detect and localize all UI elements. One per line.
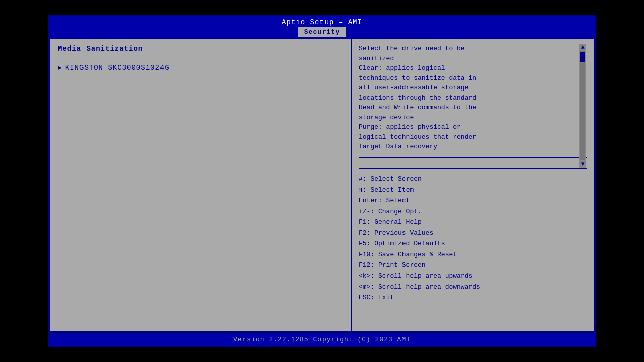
- shortcut-select-screen: ⇄: Select Screen: [359, 174, 587, 185]
- tab-bar: Security: [49, 27, 595, 37]
- help-line-9: logical techniques that render: [359, 133, 476, 141]
- help-line-2: Clear: applies logical: [359, 64, 445, 72]
- help-line-5: locations through the standard: [359, 94, 476, 102]
- help-line-6: Read and Write commands to the: [359, 104, 476, 111]
- section-title: Media Sanitization: [58, 45, 343, 53]
- tab-security[interactable]: Security: [298, 27, 346, 37]
- bios-title: Aptio Setup – AMI: [49, 18, 595, 26]
- help-line-0: Select the drive need to be: [359, 45, 465, 52]
- shortcut-scroll-down: <m>: Scroll help area downwards: [359, 282, 587, 292]
- help-text: Select the drive need to be sanitized Cl…: [359, 44, 587, 158]
- help-line-7: storage device: [359, 114, 414, 121]
- shortcut-f5: F5: Optimized Defaults: [359, 238, 587, 249]
- scrollbar-thumb: [580, 52, 585, 62]
- shortcut-select-item: ⇅: Select Item: [359, 185, 587, 195]
- shortcut-f12: F12: Print Screen: [359, 260, 587, 270]
- help-line-3: techniques to sanitize data in: [359, 74, 476, 82]
- shortcut-esc: ESC: Exit: [359, 292, 587, 303]
- scrollbar-track: [580, 51, 585, 160]
- shortcut-f10: F10: Save Changes & Reset: [359, 249, 587, 260]
- shortcut-f2: F2: Previous Values: [359, 228, 587, 238]
- help-line-4: all user-addressable storage: [359, 84, 468, 92]
- right-panel: Select the drive need to be sanitized Cl…: [352, 39, 594, 331]
- bios-container: Aptio Setup – AMI Security Media Sanitiz…: [48, 15, 596, 347]
- help-line-8: Purge: applies physical or: [359, 123, 461, 131]
- left-panel: Media Sanitization ► KINGSTON SKC3000S10…: [50, 39, 352, 331]
- shortcut-f1: F1: General Help: [359, 217, 587, 227]
- list-item[interactable]: ► KINGSTON SKC3000S1024G: [58, 63, 343, 73]
- help-line-10: Target Data recovery: [359, 143, 437, 150]
- footer-text: Version 2.22.1285 Copyright (C) 2023 AMI: [233, 336, 411, 343]
- bios-header: Aptio Setup – AMI Security: [49, 16, 595, 38]
- shortcut-enter: Enter: Select: [359, 195, 587, 206]
- help-text-wrapper: Select the drive need to be sanitized Cl…: [359, 44, 587, 169]
- scroll-down-button[interactable]: ▼: [581, 161, 584, 167]
- shortcut-scroll-up: <k>: Scroll help area upwards: [359, 270, 587, 281]
- help-line-1: sanitized: [359, 55, 394, 62]
- arrow-icon: ►: [58, 64, 62, 72]
- scroll-up-button[interactable]: ▲: [581, 44, 584, 50]
- shortcuts-panel: ⇄: Select Screen ⇅: Select Item Enter: S…: [359, 174, 587, 327]
- shortcut-change-opt: +/-: Change Opt.: [359, 206, 587, 217]
- drive-label: KINGSTON SKC3000S1024G: [65, 64, 170, 72]
- scrollbar: ▲ ▼: [579, 44, 586, 168]
- bios-footer: Version 2.22.1285 Copyright (C) 2023 AMI: [49, 332, 595, 346]
- bios-body: Media Sanitization ► KINGSTON SKC3000S10…: [49, 38, 595, 332]
